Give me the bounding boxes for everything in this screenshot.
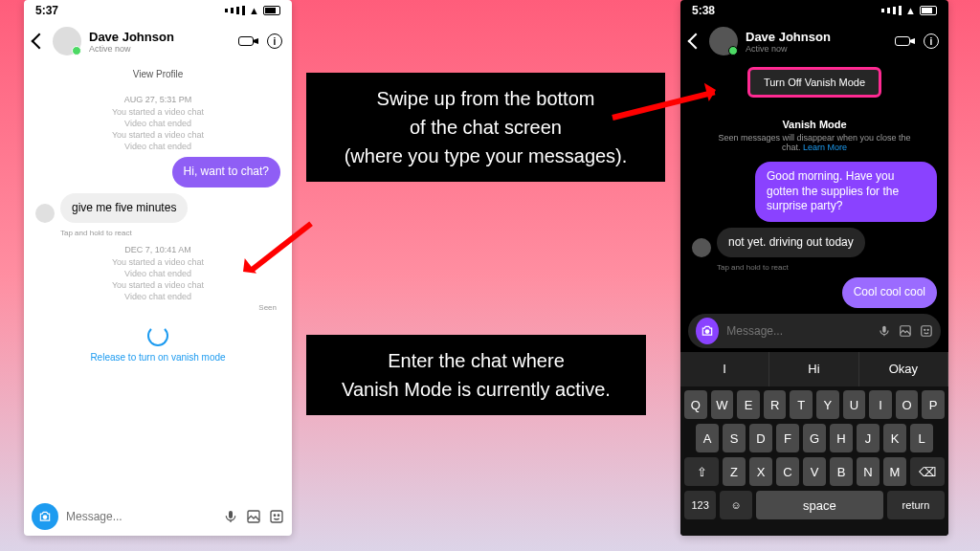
avatar[interactable]	[709, 27, 738, 55]
key-x[interactable]: X	[749, 457, 772, 486]
avatar[interactable]	[53, 27, 81, 55]
key-w[interactable]: W	[711, 390, 734, 419]
key-b[interactable]: B	[830, 457, 853, 486]
key-v[interactable]: V	[803, 457, 826, 486]
message-bar	[32, 503, 284, 530]
svg-rect-3	[271, 511, 282, 522]
key-m[interactable]: M	[883, 457, 906, 486]
sent-message[interactable]: Hi, want to chat?	[172, 157, 280, 187]
chat-header: Dave Johnson Active now i	[680, 21, 948, 61]
key-g[interactable]: G	[803, 424, 826, 452]
key-o[interactable]: O	[896, 390, 919, 419]
message-input[interactable]	[726, 324, 870, 338]
received-message[interactable]: give me five minutes	[60, 193, 188, 224]
suggestion[interactable]: Hi	[769, 352, 858, 386]
key-i[interactable]: I	[869, 390, 892, 419]
suggestion[interactable]: Okay	[859, 352, 948, 386]
battery-icon	[263, 6, 280, 15]
status-bar: 5:37 ▲	[24, 0, 292, 21]
svg-point-10	[924, 329, 925, 330]
key-h[interactable]: H	[830, 424, 853, 452]
sender-avatar	[692, 238, 711, 257]
timestamp: AUG 27, 5:31 PM	[35, 95, 280, 104]
camera-button[interactable]	[696, 318, 719, 344]
time: 5:37	[35, 4, 58, 17]
key-f[interactable]: F	[776, 424, 799, 452]
chat-body[interactable]: View Profile AUG 27, 5:31 PM You started…	[24, 61, 292, 366]
view-profile-button[interactable]: View Profile	[35, 65, 280, 87]
status-bar: 5:38 ▲	[680, 0, 948, 21]
back-icon[interactable]	[32, 33, 48, 50]
mic-icon[interactable]	[223, 509, 238, 524]
key-d[interactable]: D	[749, 424, 772, 452]
key-y[interactable]: Y	[816, 390, 839, 419]
keyboard: QWERTYUIOP ASDFGHJKL ⇧ ZXCVBNM ⌫ 123 ☺ s…	[680, 386, 948, 536]
learn-more-link[interactable]: Learn More	[803, 143, 847, 152]
camera-button[interactable]	[32, 503, 58, 530]
key-k[interactable]: K	[883, 424, 906, 452]
sent-message[interactable]: Good morning. Have you gotten the suppli…	[755, 162, 937, 222]
space-key[interactable]: space	[756, 491, 883, 519]
chat-name: Dave Johnson	[746, 30, 831, 44]
key-r[interactable]: R	[764, 390, 787, 419]
vanish-release-text: Release to turn on vanish mode	[35, 352, 280, 363]
system-message: You started a video chat	[35, 107, 280, 117]
key-c[interactable]: C	[776, 457, 799, 486]
svg-rect-7	[883, 326, 886, 333]
cell-signal-icon	[881, 6, 902, 15]
key-p[interactable]: P	[922, 390, 945, 419]
gallery-icon[interactable]	[899, 323, 912, 339]
key-u[interactable]: U	[843, 390, 866, 419]
suggestion[interactable]: I	[680, 352, 769, 386]
key-q[interactable]: Q	[684, 390, 707, 419]
video-call-icon[interactable]	[238, 36, 254, 46]
timestamp: DEC 7, 10:41 AM	[35, 245, 280, 254]
key-z[interactable]: Z	[723, 457, 746, 486]
sticker-icon[interactable]	[920, 323, 933, 339]
key-j[interactable]: J	[857, 424, 880, 452]
key-l[interactable]: L	[910, 424, 933, 452]
turn-off-vanish-button[interactable]: Turn Off Vanish Mode	[747, 67, 881, 98]
key-e[interactable]: E	[737, 390, 760, 419]
emoji-key[interactable]: ☺	[720, 491, 751, 519]
svg-point-4	[274, 515, 275, 516]
svg-point-5	[278, 515, 278, 516]
vanish-spinner	[147, 325, 168, 346]
active-status: Active now	[746, 44, 831, 54]
react-hint: Tap and hold to react	[60, 229, 280, 237]
vanish-mode-title: Vanish Mode	[692, 119, 937, 130]
chat-header: Dave Johnson Active now i	[24, 21, 292, 61]
chat-name: Dave Johnson	[89, 30, 174, 44]
caption-swipe: Swipe up from the bottomof the chat scre…	[306, 73, 665, 182]
phone-light: 5:37 ▲ Dave Johnson Active now i View Pr…	[24, 0, 292, 536]
sent-message[interactable]: Cool cool cool	[842, 277, 937, 308]
sticker-icon[interactable]	[269, 509, 284, 524]
message-input[interactable]	[66, 510, 215, 523]
caption-enter: Enter the chat whereVanish Mode is curre…	[306, 335, 646, 415]
sender-avatar	[35, 204, 55, 223]
video-call-icon[interactable]	[895, 36, 910, 46]
react-hint: Tap and hold to react	[717, 263, 937, 272]
key-a[interactable]: A	[696, 424, 719, 452]
vanish-mode-subtitle: Seen messages will disappear when you cl…	[711, 133, 918, 152]
gallery-icon[interactable]	[246, 509, 261, 524]
svg-point-11	[927, 329, 928, 330]
backspace-key[interactable]: ⌫	[910, 457, 945, 486]
svg-point-0	[43, 515, 48, 519]
numbers-key[interactable]: 123	[684, 491, 716, 519]
key-t[interactable]: T	[790, 390, 813, 419]
info-icon[interactable]: i	[267, 33, 282, 49]
return-key[interactable]: return	[887, 491, 945, 519]
shift-key[interactable]: ⇧	[684, 457, 719, 486]
system-message: Video chat ended	[35, 119, 280, 128]
system-message: You started a video chat	[35, 280, 280, 290]
received-message[interactable]: not yet. driving out today	[717, 228, 865, 258]
back-icon[interactable]	[688, 33, 704, 50]
system-message: Video chat ended	[35, 142, 280, 151]
info-icon[interactable]: i	[924, 33, 939, 49]
key-s[interactable]: S	[723, 424, 746, 452]
mic-icon[interactable]	[878, 323, 891, 339]
key-n[interactable]: N	[857, 457, 880, 486]
chat-body[interactable]: Vanish Mode Seen messages will disappear…	[680, 109, 948, 328]
system-message: You started a video chat	[35, 257, 280, 267]
